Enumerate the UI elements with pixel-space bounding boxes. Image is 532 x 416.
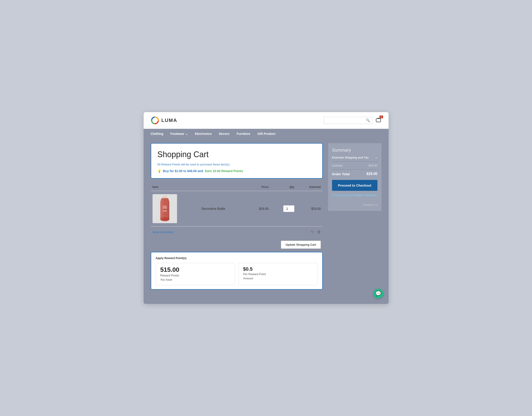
multiple-address-link[interactable]: Check Out with Multiple Addresses bbox=[332, 194, 378, 197]
update-cart-button[interactable]: Update Shopping Cart bbox=[281, 240, 321, 249]
wishlist-cell: Move to Wishlist bbox=[151, 227, 248, 238]
edit-icon[interactable]: ✎ bbox=[311, 230, 314, 234]
svg-rect-1 bbox=[376, 119, 380, 122]
right-section: Summary Estimate Shipping and Tax ⌄ Subt… bbox=[328, 143, 381, 211]
nav-item-footwear[interactable]: Footwear ⌄ bbox=[170, 132, 188, 136]
chat-bubble-icon: 💬 bbox=[375, 291, 381, 297]
nav-item-electronics[interactable]: Electronics bbox=[195, 132, 212, 136]
product-price: $29.00 bbox=[247, 191, 270, 227]
summary-title: Summary bbox=[332, 148, 378, 153]
subtotal-label: Subtotal bbox=[332, 164, 343, 167]
reward-balance-content: 515.00 Reward Points You have bbox=[160, 267, 180, 281]
reward-card-sub4: Amount bbox=[243, 277, 266, 280]
left-section: Shopping Cart 58 Reward Points will be u… bbox=[151, 143, 323, 290]
reward-promo: 💡 Buy for $1.00 to $49.00 and Earn 10.00… bbox=[157, 169, 316, 173]
logo-area: LUMA bbox=[151, 116, 178, 125]
cart-icon-wrap[interactable]: 1 bbox=[375, 117, 381, 124]
order-total-row: Order Total $29.00 bbox=[332, 172, 378, 176]
reward-card-balance: 515.00 Reward Points You have bbox=[156, 263, 235, 285]
search-box[interactable]: 🔍 bbox=[323, 117, 372, 124]
update-btn-row: Update Shopping Cart bbox=[151, 238, 323, 252]
reward-card-sub1: Reward Points bbox=[160, 274, 180, 277]
reward-card-number: 515.00 bbox=[160, 267, 180, 273]
wishlist-row: Move to Wishlist ✎ 🗑 bbox=[151, 227, 323, 238]
page-wrapper: LUMA 🔍 1 Clothing Footwear ⌄ Ele bbox=[144, 112, 389, 304]
chevron-down-icon: ⌄ bbox=[185, 132, 188, 136]
nav-item-clothing[interactable]: Clothing bbox=[151, 132, 163, 136]
shopping-cart-card: Shopping Cart 58 Reward Points will be u… bbox=[151, 143, 323, 178]
promo-earn: Earn 10.00 Reward Points bbox=[205, 169, 243, 173]
table-row: DECO bbox=[151, 191, 323, 227]
nav-item-gift-product[interactable]: Gift Product bbox=[257, 132, 276, 136]
checkout-button[interactable]: Proceed to Checkout bbox=[332, 180, 378, 191]
estimate-shipping-label: Estimate Shipping and Tax bbox=[332, 156, 369, 159]
promo-icon: 💡 bbox=[157, 169, 161, 173]
cart-title: Shopping Cart bbox=[157, 150, 316, 159]
estimate-chevron-icon[interactable]: ⌄ bbox=[375, 156, 378, 159]
reward-cards: 515.00 Reward Points You have $0.5 Per R… bbox=[156, 263, 318, 285]
reward-value-content: $0.5 Per Reward Point Amount bbox=[243, 267, 266, 280]
subtotal-row: Subtotal $29.00 bbox=[332, 164, 378, 167]
col-qty: Qty bbox=[270, 183, 296, 191]
promo-text: Buy for $1.00 to $49.00 and bbox=[163, 169, 203, 173]
cart-badge: 1 bbox=[380, 116, 383, 118]
chat-bubble[interactable]: 💬 bbox=[373, 289, 383, 298]
reward-card-dollar: $0.5 bbox=[243, 267, 266, 272]
col-price: Price bbox=[247, 183, 270, 191]
reward-card-sub3: Per Reward Point bbox=[243, 272, 266, 276]
nav-item-furniture[interactable]: Furniture bbox=[237, 132, 250, 136]
update-btn-cell: Update Shopping Cart bbox=[151, 238, 323, 252]
summary-divider bbox=[332, 161, 378, 162]
reward-card-sub2: You have bbox=[160, 278, 180, 281]
header-right: 🔍 1 bbox=[323, 117, 381, 124]
logo-text: LUMA bbox=[162, 118, 178, 123]
svg-rect-2 bbox=[162, 196, 167, 198]
svg-text:DECO: DECO bbox=[163, 209, 167, 210]
contact-us-link[interactable]: Contact Us bbox=[332, 203, 378, 207]
main-content: Shopping Cart 58 Reward Points will be u… bbox=[144, 139, 389, 297]
header: LUMA 🔍 1 bbox=[144, 112, 389, 129]
cart-table-wrapper: Item Price Qty Subtotal bbox=[151, 183, 323, 252]
reward-points-box: Apply Reward Point(s) 515.00 Reward Poin… bbox=[151, 252, 323, 290]
reward-card-value: $0.5 Per Reward Point Amount bbox=[238, 263, 318, 285]
order-total-value: $29.00 bbox=[367, 172, 378, 176]
nav-bar: Clothing Footwear ⌄ Electronics Decors F… bbox=[144, 129, 389, 139]
product-image: DECO bbox=[152, 194, 177, 223]
product-subtotal: $29.00 bbox=[296, 191, 323, 227]
bottle-image: DECO bbox=[156, 195, 174, 222]
order-total-label: Order Total bbox=[332, 172, 350, 176]
search-button[interactable]: 🔍 bbox=[366, 118, 370, 122]
product-image-cell: DECO bbox=[151, 191, 200, 227]
cart-table: Item Price Qty Subtotal bbox=[151, 183, 323, 252]
reward-info: 58 Reward Points will be used to purchas… bbox=[157, 163, 316, 166]
product-name: Decorative Bottle bbox=[200, 191, 247, 227]
summary-box: Summary Estimate Shipping and Tax ⌄ Subt… bbox=[328, 143, 381, 211]
qty-input[interactable] bbox=[283, 205, 294, 212]
action-icons-cell: ✎ 🗑 bbox=[296, 227, 323, 238]
col-item: Item bbox=[151, 183, 200, 191]
col-subtotal: Subtotal bbox=[296, 183, 323, 191]
luma-logo-icon bbox=[151, 116, 159, 125]
move-to-wishlist-link[interactable]: Move to Wishlist bbox=[152, 230, 174, 234]
product-qty-cell bbox=[270, 191, 296, 227]
nav-item-decors[interactable]: Decors bbox=[219, 132, 229, 136]
delete-icon[interactable]: 🗑 bbox=[317, 230, 321, 234]
svg-point-3 bbox=[160, 217, 169, 221]
search-input[interactable] bbox=[326, 119, 366, 122]
estimate-shipping-row: Estimate Shipping and Tax ⌄ bbox=[332, 156, 378, 159]
summary-divider-2 bbox=[332, 169, 378, 170]
action-icons: ✎ 🗑 bbox=[298, 230, 321, 234]
reward-points-label: Apply Reward Point(s) bbox=[156, 256, 318, 260]
subtotal-value: $29.00 bbox=[369, 164, 378, 167]
